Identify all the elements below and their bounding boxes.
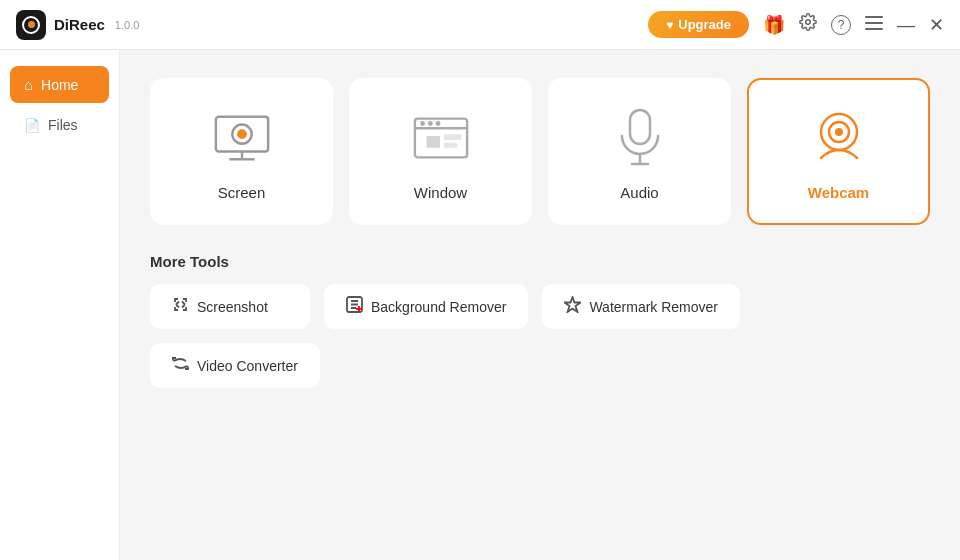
minimize-icon[interactable]: — [897, 16, 915, 34]
more-tools-section: More Tools Screenshot Background Remover [150, 253, 930, 388]
svg-rect-14 [426, 136, 440, 148]
background-remover-icon [346, 296, 363, 317]
card-webcam[interactable]: Webcam [747, 78, 930, 225]
logo-icon [16, 10, 46, 40]
card-webcam-label: Webcam [808, 184, 869, 201]
screen-icon [212, 108, 272, 168]
app-logo: DiReec 1.0.0 [16, 10, 139, 40]
settings-icon[interactable] [799, 13, 817, 36]
watermark-remover-tool-label: Watermark Remover [589, 299, 718, 315]
heart-icon: ♥ [666, 18, 673, 32]
card-window[interactable]: Window [349, 78, 532, 225]
watermark-remover-tool-button[interactable]: Watermark Remover [542, 284, 740, 329]
card-screen-label: Screen [218, 184, 266, 201]
titlebar: DiReec 1.0.0 ♥ Upgrade 🎁 ? — ✕ [0, 0, 960, 50]
video-converter-tool-button[interactable]: Video Converter [150, 343, 320, 388]
card-audio-label: Audio [620, 184, 658, 201]
svg-point-0 [806, 20, 811, 25]
sidebar-item-home-label: Home [41, 77, 78, 93]
card-screen[interactable]: Screen [150, 78, 333, 225]
svg-point-13 [435, 121, 440, 126]
background-remover-tool-label: Background Remover [371, 299, 506, 315]
svg-rect-17 [630, 110, 650, 144]
sidebar-item-files-label: Files [48, 117, 78, 133]
titlebar-actions: ♥ Upgrade 🎁 ? — ✕ [648, 11, 944, 38]
window-icon [411, 108, 471, 168]
svg-rect-1 [865, 16, 883, 18]
sidebar-item-home[interactable]: ⌂ Home [10, 66, 109, 103]
home-icon: ⌂ [24, 76, 33, 93]
svg-rect-16 [443, 143, 457, 148]
app-name: DiReec [54, 16, 105, 33]
card-window-label: Window [414, 184, 467, 201]
svg-line-25 [182, 302, 185, 305]
svg-point-11 [420, 121, 425, 126]
screenshot-tool-button[interactable]: Screenshot [150, 284, 310, 329]
menu-icon[interactable] [865, 15, 883, 35]
files-icon: 📄 [24, 118, 40, 133]
svg-point-8 [237, 129, 247, 139]
svg-point-12 [427, 121, 432, 126]
watermark-remover-icon [564, 296, 581, 317]
tools-row-2: Video Converter [150, 343, 930, 388]
upgrade-button[interactable]: ♥ Upgrade [648, 11, 749, 38]
svg-marker-30 [565, 297, 581, 312]
background-remover-tool-button[interactable]: Background Remover [324, 284, 528, 329]
audio-icon [610, 108, 670, 168]
tools-row: Screenshot Background Remover Watermark … [150, 284, 930, 329]
sidebar: ⌂ Home 📄 Files [0, 50, 120, 560]
svg-line-24 [176, 305, 179, 308]
main-layout: ⌂ Home 📄 Files Scre [0, 50, 960, 560]
svg-rect-3 [865, 28, 883, 30]
help-icon[interactable]: ? [831, 15, 851, 35]
video-converter-icon [172, 355, 189, 376]
card-audio[interactable]: Audio [548, 78, 731, 225]
recording-cards: Screen Window [150, 78, 930, 225]
more-tools-label: More Tools [150, 253, 930, 270]
sidebar-item-files[interactable]: 📄 Files [10, 107, 109, 143]
main-content: Screen Window [120, 50, 960, 560]
screenshot-icon [172, 296, 189, 317]
svg-line-23 [176, 302, 179, 305]
close-icon[interactable]: ✕ [929, 14, 944, 36]
svg-rect-2 [865, 22, 883, 24]
webcam-icon [809, 108, 869, 168]
app-version: 1.0.0 [115, 19, 139, 31]
video-converter-tool-label: Video Converter [197, 358, 298, 374]
svg-rect-15 [443, 134, 460, 140]
svg-line-26 [182, 305, 185, 308]
gift-icon[interactable]: 🎁 [763, 14, 785, 36]
screenshot-tool-label: Screenshot [197, 299, 268, 315]
svg-point-22 [835, 128, 843, 136]
